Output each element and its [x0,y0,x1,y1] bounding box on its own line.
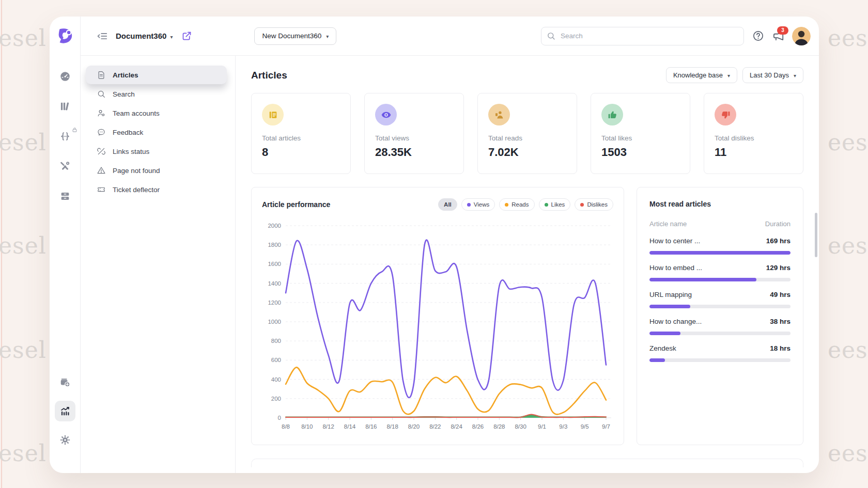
most-read-title: Most read articles [649,200,791,208]
open-site-button[interactable] [181,30,192,42]
legend-dot [467,203,471,207]
chart-title: Article performance [262,200,330,209]
article-duration: 18 hrs [770,344,791,352]
legend-pill-likes[interactable]: Likes [539,198,571,211]
app-window: Document360 New Document360 [50,17,819,473]
rail-item-code-api[interactable] [55,126,75,147]
rail-item-dashboard-gauge[interactable] [55,66,75,87]
watermark-text: eesel [0,232,47,259]
external-link-icon [181,30,192,41]
duration-bar-track [649,251,791,255]
global-search-input[interactable] [560,32,738,40]
sidebar-item-label: Feedback [113,129,143,136]
y-axis-tick: 600 [271,357,281,363]
x-axis-tick: 8/10 [301,423,313,430]
stat-label: Total views [375,134,453,142]
x-axis-tick: 8/18 [386,423,398,430]
x-axis-tick: 9/5 [581,423,589,430]
dislikes-stat-icon [715,104,736,125]
sidebar-item-label: Page not found [113,167,160,175]
legend-pill-dislikes[interactable]: Dislikes [575,198,613,211]
rail-item-settings-gear[interactable] [55,430,75,450]
x-axis-tick: 9/7 [602,423,610,430]
rail-item-tools[interactable] [55,156,75,177]
help-button[interactable] [752,30,764,42]
article-row[interactable]: How to change...38 hrs [649,318,791,335]
x-axis-tick: 8/20 [408,423,420,430]
page-title: Articles [251,70,287,81]
legend-pill-reads[interactable]: Reads [499,198,534,211]
stat-card-total-reads: Total reads7.02K [477,93,577,174]
knowledge-base-filter[interactable]: Knowledge base [666,67,737,83]
sidebar-item-label: Team accounts [113,109,160,117]
article-row[interactable]: How to center ...169 hrs [649,237,791,255]
rail-item-library[interactable] [55,96,75,117]
rail-item-widget-add[interactable] [55,372,75,392]
ticket-icon [97,185,106,194]
article-name: How to embed ... [649,264,702,272]
watermark-text: eesel [0,337,47,363]
sidebar-item-ticket-deflector[interactable]: Ticket deflector [86,180,227,199]
article-row[interactable]: URL mapping49 hrs [649,291,791,308]
x-axis-tick: 8/28 [493,423,505,430]
analytics-icon [59,405,71,417]
sidebar-item-articles[interactable]: Articles [86,66,227,84]
top-bar: Document360 New Document360 [81,17,819,56]
sidebar-collapse-button[interactable] [96,30,109,42]
article-duration: 49 hrs [770,291,791,298]
stat-value: 7.02K [488,146,566,159]
watermark-text: eesel [828,337,868,363]
watermark-text: eesel [0,129,47,155]
article-row[interactable]: Zendesk18 hrs [649,344,791,362]
workspace-switcher[interactable]: Document360 [116,32,173,41]
feedback-icon [97,128,106,137]
chart-legend: AllViewsReadsLikesDislikes [438,198,613,211]
sidebar-item-page-not-found[interactable]: Page not found [86,161,227,180]
x-axis-tick: 8/8 [282,423,290,430]
sidebar-item-team-accounts[interactable]: Team accounts [86,104,227,122]
likes-stat-icon [601,104,623,125]
sidebar-item-feedback[interactable]: Feedback [86,123,227,141]
notifications-button[interactable]: 3 [771,29,785,43]
articles-stat-icon [262,104,284,125]
workspace-name: Document360 [116,32,166,40]
legend-dot [580,203,584,207]
y-axis-tick: 400 [271,376,281,383]
stat-card-total-likes: Total likes1503 [591,93,690,174]
rail-top-group [55,66,75,207]
x-axis-tick: 8/30 [515,423,526,430]
legend-pill-views[interactable]: Views [461,198,495,211]
x-axis-tick: 8/12 [322,423,334,430]
knowledge-base-filter-label: Knowledge base [673,71,723,79]
article-name: How to center ... [649,237,700,245]
duration-bar-fill [649,251,791,255]
rail-item-analytics[interactable] [55,401,75,421]
sidebar-item-search[interactable]: Search [86,85,227,103]
most-read-rows: How to center ...169 hrsHow to embed ...… [649,237,791,362]
global-search[interactable] [541,27,744,45]
sidebar-item-links-status[interactable]: Links status [86,142,227,161]
article-performance-card: Article performance AllViewsReadsLikesDi… [251,187,624,445]
legend-pill-all[interactable]: All [438,198,457,211]
new-document360-button[interactable]: New Document360 [254,27,336,45]
rail-item-drawer[interactable] [55,186,75,207]
duration-bar-fill [649,358,665,362]
legend-label: Dislikes [587,201,608,208]
user-avatar[interactable] [792,27,811,45]
sidebar-item-label: Search [113,90,135,98]
duration-bar-fill [649,305,690,308]
article-name: How to change... [649,318,702,325]
y-axis-tick: 1800 [268,242,281,248]
article-duration: 38 hrs [770,318,791,325]
legend-label: Views [474,201,489,208]
scrollbar-thumb[interactable] [815,213,817,257]
document360-logo[interactable] [50,17,81,56]
stat-value: 1503 [601,146,679,159]
y-axis-tick: 200 [271,396,281,402]
article-row[interactable]: How to embed ...129 hrs [649,264,791,281]
date-range-filter[interactable]: Last 30 Days [742,67,803,83]
settings-gear-icon [59,434,71,446]
article-duration: 169 hrs [766,237,791,245]
x-axis-tick: 8/24 [451,423,462,430]
stat-label: Total dislikes [715,134,793,142]
